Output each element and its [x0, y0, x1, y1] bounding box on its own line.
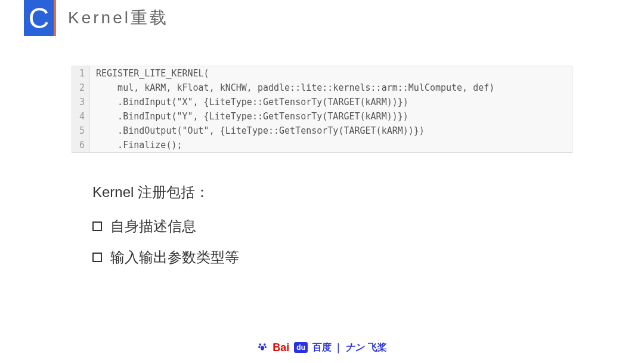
content-heading: Kernel 注册包括： [92, 183, 644, 202]
code-line: 2 mul, kARM, kFloat, kNCHW, paddle::lite… [72, 81, 572, 95]
svg-point-1 [264, 343, 266, 346]
content-area: Kernel 注册包括： 自身描述信息 输入输出参数类型等 [92, 183, 644, 267]
baidu-cn-text: 百度 [312, 342, 332, 354]
bullet-item: 输入输出参数类型等 [92, 248, 644, 267]
bullet-text: 自身描述信息 [110, 217, 196, 236]
code-block: 1 REGISTER_LITE_KERNEL( 2 mul, kARM, kFl… [72, 66, 572, 153]
svg-point-3 [265, 346, 267, 348]
svg-point-0 [259, 343, 262, 346]
baidu-paw-icon [257, 341, 268, 354]
code-line: 4 .BindInput("Y", {LiteType::GetTensorTy… [72, 109, 572, 124]
line-number: 3 [72, 95, 90, 109]
line-number: 4 [72, 109, 90, 124]
code-line: 3 .BindInput("X", {LiteType::GetTensorTy… [72, 95, 572, 109]
code-text: mul, kARM, kFloat, kNCHW, paddle::lite::… [90, 81, 494, 95]
code-text: REGISTER_LITE_KERNEL( [90, 66, 209, 81]
line-number: 2 [72, 81, 90, 95]
accent-bar [54, 0, 56, 36]
bullet-item: 自身描述信息 [92, 217, 644, 236]
line-number: 5 [72, 124, 90, 138]
square-bullet-icon [92, 253, 102, 262]
baidu-bai-text: Bai [273, 342, 289, 354]
section-letter: C [24, 0, 54, 36]
footer-logos: Bai du 百度 | ナン 飞桨 [0, 341, 644, 354]
slide-header: C Kernel重载 [0, 0, 644, 36]
footer-divider: | [337, 342, 340, 354]
bullet-text: 输入输出参数类型等 [110, 248, 239, 267]
code-text: .BindOutput("Out", {LiteType::GetTensorT… [90, 124, 425, 138]
svg-point-2 [258, 346, 260, 348]
square-bullet-icon [92, 222, 102, 231]
code-text: .Finalize(); [90, 138, 182, 152]
paddle-cn-text: 飞桨 [368, 342, 387, 354]
code-line: 6 .Finalize(); [72, 138, 572, 152]
svg-point-4 [261, 346, 264, 350]
code-text: .BindInput("X", {LiteType::GetTensorTy(T… [90, 95, 408, 109]
baidu-du-box: du [294, 342, 308, 353]
paddle-logo-text: ナン [345, 342, 364, 354]
code-text: .BindInput("Y", {LiteType::GetTensorTy(T… [90, 109, 408, 124]
line-number: 6 [72, 138, 90, 152]
slide-title: Kernel重载 [68, 7, 169, 29]
code-line: 1 REGISTER_LITE_KERNEL( [72, 66, 572, 81]
code-line: 5 .BindOutput("Out", {LiteType::GetTenso… [72, 124, 572, 138]
line-number: 1 [72, 66, 90, 81]
